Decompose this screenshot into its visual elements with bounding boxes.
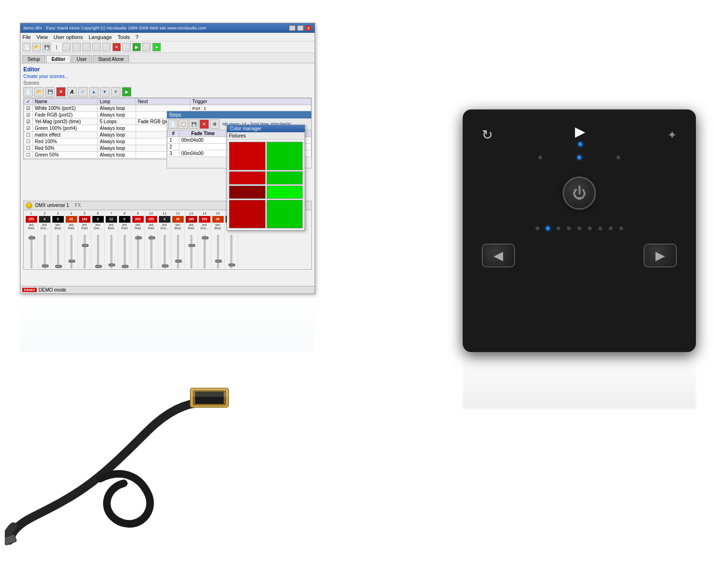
tab-setup[interactable]: Setup — [22, 55, 45, 63]
toolbar-btn10[interactable]: ● — [152, 43, 161, 51]
toolbar-btn6[interactable]: ✕ — [112, 43, 121, 51]
tab-editor[interactable]: Editor — [46, 55, 70, 63]
scene-down[interactable]: ▼ — [100, 87, 109, 97]
ch-thumb[interactable] — [29, 236, 35, 239]
menu-language[interactable]: Language — [89, 34, 112, 40]
ch-slider[interactable] — [38, 230, 51, 268]
cm-sub-2[interactable] — [229, 186, 266, 199]
toolbar-btn1[interactable]: ⬜ — [62, 43, 71, 51]
ctrl-next-button[interactable]: ▶ — [644, 244, 677, 267]
toolbar-open[interactable]: 📂 — [32, 43, 41, 51]
cm-sub-4[interactable] — [267, 186, 303, 199]
ctrl-play-icon[interactable]: ▶ — [575, 124, 585, 139]
scene-rename[interactable]: A — [67, 87, 77, 97]
ch-value: 45 — [172, 216, 184, 223]
ch-thumb[interactable] — [95, 265, 102, 268]
scene-up[interactable]: ▲ — [89, 87, 99, 97]
ch-slider[interactable] — [158, 230, 171, 268]
ch-slider[interactable] — [78, 230, 91, 268]
ch-thumb[interactable] — [228, 264, 235, 266]
cm-cell-1[interactable] — [229, 142, 266, 170]
scene-delete[interactable]: ✕ — [56, 87, 66, 97]
scene-check-cell[interactable]: ☐ — [24, 145, 33, 152]
ch-thumb[interactable] — [82, 244, 89, 247]
scene-check-cell[interactable]: ☑ — [24, 112, 33, 118]
menu-tools[interactable]: Tools — [118, 34, 130, 40]
scene-new[interactable]: 📄 — [23, 87, 33, 97]
toolbar-btn7[interactable]: ⬜ — [122, 43, 131, 51]
ctrl-loop-icon[interactable]: ↻ — [482, 127, 493, 143]
ctrl-prev-button[interactable]: ◀ — [482, 244, 515, 267]
step-copy[interactable]: 📋 — [178, 119, 188, 129]
ch-thumb[interactable] — [175, 260, 182, 263]
ch-slider[interactable] — [65, 230, 78, 268]
ch-thumb[interactable] — [135, 236, 142, 239]
ch-slider[interactable] — [131, 230, 144, 268]
scene-save[interactable]: 💾 — [45, 87, 55, 97]
menu-help[interactable]: ? — [136, 34, 139, 40]
ch-thumb[interactable] — [162, 265, 169, 267]
ch-thumb[interactable] — [188, 244, 195, 247]
ch-slider[interactable] — [225, 230, 238, 268]
ch-thumb[interactable] — [42, 265, 49, 267]
ch-slider[interactable] — [211, 230, 224, 268]
cm-cell-5[interactable] — [229, 200, 266, 228]
menu-view[interactable]: View — [37, 34, 48, 40]
scene-play[interactable]: ▶ — [122, 87, 131, 97]
ch-thumb[interactable] — [69, 260, 75, 263]
scene-check-cell[interactable]: ☐ — [24, 138, 33, 145]
toolbar-btn8[interactable]: ▶ — [132, 43, 141, 51]
menu-user-options[interactable]: User options — [53, 34, 83, 40]
ch-slider[interactable] — [25, 230, 38, 268]
ch-slider[interactable] — [91, 230, 104, 268]
toolbar-btn5[interactable]: ⬜ — [102, 43, 111, 51]
ch-thumb[interactable] — [55, 265, 62, 268]
ch-number: 11 — [162, 211, 167, 216]
scene-check-cell[interactable]: ☑ — [24, 125, 33, 132]
scene-check-cell[interactable]: ☑ — [24, 118, 33, 125]
scenes-label: Scenes — [23, 80, 312, 86]
scene-check-cell[interactable]: ☐ — [24, 152, 33, 158]
ch-thumb[interactable] — [215, 260, 222, 263]
toolbar-save[interactable]: 💾 — [42, 43, 51, 51]
ch-slider[interactable] — [105, 230, 118, 268]
ctrl-power-button[interactable]: ⏻ — [563, 176, 596, 210]
toolbar-btn9[interactable]: ⬜ — [142, 43, 151, 51]
ch-thumb[interactable] — [109, 264, 115, 266]
toolbar-btn3[interactable]: ⬜ — [82, 43, 91, 51]
step-delete[interactable]: ✕ — [199, 119, 209, 129]
ch-thumb[interactable] — [202, 236, 208, 239]
maximize-button[interactable]: □ — [297, 25, 304, 31]
ctrl-dot-3 — [556, 226, 560, 230]
step-settings[interactable]: ⚙ — [210, 119, 219, 129]
ch-thumb[interactable] — [122, 265, 129, 268]
cm-sub-1[interactable] — [229, 171, 266, 185]
ch-thumb[interactable] — [149, 236, 155, 239]
step-num-cell: 1 — [168, 137, 179, 144]
toolbar-btn2[interactable]: ⬜ — [72, 43, 81, 51]
minimize-button[interactable]: − — [289, 25, 296, 31]
step-save[interactable]: 💾 — [189, 119, 198, 129]
scene-check[interactable]: ✓ — [78, 87, 88, 97]
cm-cell-6[interactable] — [267, 200, 303, 228]
ch-slider[interactable] — [51, 230, 64, 268]
ch-slider[interactable] — [198, 230, 211, 268]
ch-slider[interactable] — [145, 230, 158, 268]
scene-check-cell[interactable]: ☐ — [24, 132, 33, 138]
scene-check-cell[interactable]: ☑ — [24, 105, 33, 112]
ch-slider[interactable] — [118, 230, 131, 268]
scene-open[interactable]: 📂 — [34, 87, 44, 97]
scene-down2[interactable]: ▼ — [111, 87, 120, 97]
cm-cell-2[interactable] — [267, 142, 303, 170]
menu-file[interactable]: File — [22, 34, 31, 40]
ctrl-brightness-icon[interactable]: ✦ — [667, 128, 677, 142]
toolbar-new[interactable]: 📄 — [22, 43, 31, 51]
step-new[interactable]: 📄 — [168, 119, 178, 129]
close-button[interactable]: ✕ — [305, 25, 312, 31]
cm-sub-3[interactable] — [267, 171, 303, 185]
tab-user[interactable]: User — [71, 55, 92, 63]
ch-slider[interactable] — [171, 230, 184, 268]
toolbar-btn4[interactable]: ⬜ — [92, 43, 101, 51]
ch-slider[interactable] — [185, 230, 198, 268]
tab-standalone[interactable]: Stand Alone — [93, 55, 129, 63]
